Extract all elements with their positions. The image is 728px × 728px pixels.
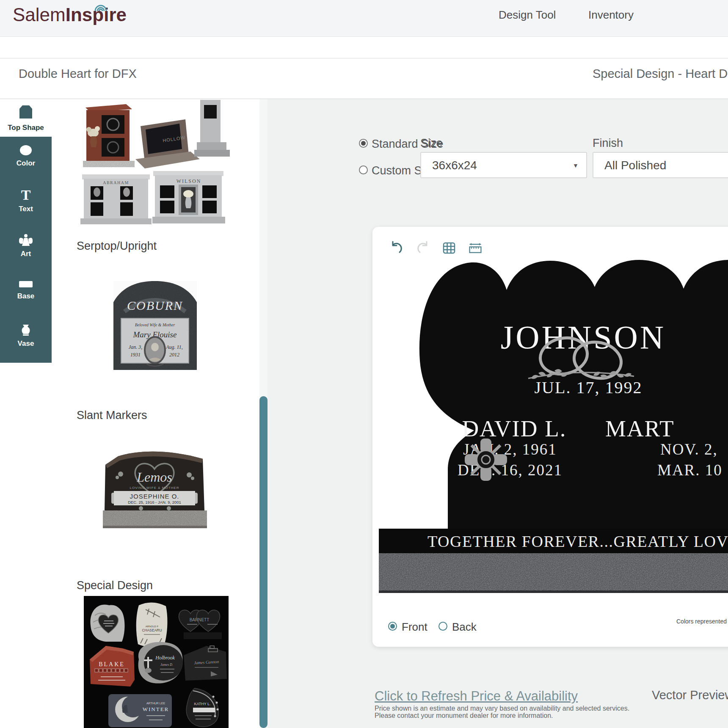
color-swatch-icon: [19, 144, 33, 156]
base-slab-icon: [18, 279, 34, 289]
svg-text:Holbrook: Holbrook: [155, 655, 175, 661]
chevron-down-icon: ▼: [573, 162, 579, 169]
sidebar-item-label: Art: [0, 250, 52, 258]
price-disclaimer-line2: Please contact your monument dealer for …: [375, 712, 553, 720]
front-view-label[interactable]: Front: [402, 620, 427, 634]
sidebar-item-base[interactable]: Base: [0, 279, 52, 301]
angel-art-icon: [18, 233, 34, 247]
thumb-gray-pedestal: [194, 100, 230, 157]
svg-text:LOVING WIFE & MOTHER: LOVING WIFE & MOTHER: [130, 486, 179, 490]
finish-field-label: Finish: [593, 137, 623, 150]
sub-header-strip: [0, 37, 728, 58]
category-serptop-upright: Serptop/Upright: [77, 240, 157, 253]
refresh-price-link[interactable]: Click to Refresh Price & Availability: [375, 689, 578, 704]
monument-preview[interactable]: JOHNSON JUL. 17,: [372, 227, 728, 647]
design-canvas-card: JOHNSON JUL. 17,: [372, 227, 728, 647]
logo-salem: Salem: [13, 4, 66, 25]
size-dropdown-value: 36x6x24: [432, 159, 477, 172]
svg-text:ABRAHAM: ABRAHAM: [103, 180, 129, 185]
sidebar: Color T Text Art Base: [0, 137, 52, 363]
logo-signal-arcs-icon: [91, 0, 110, 13]
svg-text:ARTHUR LEE: ARTHUR LEE: [146, 702, 165, 705]
svg-text:DEC. 25, 1916 - JAN. 9, 2001: DEC. 25, 1916 - JAN. 9, 2001: [128, 500, 181, 505]
svg-text:ARNOLD F: ARNOLD F: [146, 625, 159, 628]
sidebar-item-text[interactable]: T Text: [0, 188, 52, 213]
front-view-radio[interactable]: [388, 622, 397, 631]
standard-size-radio[interactable]: [359, 139, 368, 148]
nav-design-tool[interactable]: Design Tool: [499, 8, 556, 22]
family-name-text[interactable]: JOHNSON: [501, 319, 666, 356]
svg-text:T: T: [21, 188, 31, 202]
mini-chasearu: ARNOLD F CHASEARU: [136, 602, 168, 647]
size-dropdown[interactable]: 36x6x24 ▼: [420, 152, 587, 178]
nav-inventory[interactable]: Inventory: [588, 8, 634, 22]
svg-text:WILSON: WILSON: [176, 178, 201, 184]
thumb-hollow-slant: HOLLOW: [135, 119, 200, 168]
vase-icon: [19, 324, 32, 336]
thumb-wilson-columbarium: WILSON: [152, 171, 225, 223]
svg-text:KATHY L.: KATHY L.: [194, 702, 210, 706]
finish-dropdown[interactable]: All Polished: [593, 152, 728, 178]
sidebar-item-top-shape[interactable]: Top Shape: [0, 99, 52, 137]
back-view-radio[interactable]: [438, 622, 447, 631]
sidebar-item-label: Top Shape: [0, 124, 52, 132]
svg-text:1931: 1931: [130, 352, 141, 358]
thumbnail-serptop-group[interactable]: HOLLOW ABRAHAM: [76, 100, 237, 225]
svg-text:BLAKE: BLAKE: [99, 661, 125, 667]
category-special-design: Special Design: [77, 579, 153, 592]
svg-text:James D.: James D.: [160, 663, 173, 667]
price-disclaimer-line1: Price shown is an estimate and may vary …: [375, 705, 629, 712]
svg-text:WINTER: WINTER: [143, 706, 169, 712]
shape-category-title: Special Design - Heart Des: [593, 67, 728, 81]
sidebar-item-label: Base: [0, 292, 52, 301]
mini-barnett: BARNETT: [179, 610, 222, 639]
right-name-text[interactable]: MART: [605, 416, 675, 441]
mini-angel-heart: [90, 605, 124, 642]
sidebar-item-label: Text: [0, 205, 52, 213]
colors-note: Colors represented: [676, 618, 727, 625]
vector-preview-label[interactable]: Vector Preview: [652, 688, 728, 702]
thumb-red-columbarium: [83, 104, 135, 167]
left-name-text[interactable]: DAVID L.: [462, 416, 566, 441]
sidebar-item-vase[interactable]: Vase: [0, 324, 52, 348]
svg-text:Lemos: Lemos: [136, 469, 172, 485]
sidebar-item-color[interactable]: Color: [0, 144, 52, 168]
svg-text:2012: 2012: [169, 352, 179, 358]
finish-dropdown-value: All Polished: [604, 159, 666, 172]
back-view-label[interactable]: Back: [452, 620, 477, 634]
right-death-text[interactable]: MAR. 10: [657, 461, 722, 479]
svg-text:Jan. 3,: Jan. 3,: [129, 344, 142, 350]
content-area: Top Shape Color T Text Art: [0, 99, 728, 728]
sidebar-item-label: Color: [0, 159, 52, 168]
sidebar-item-art[interactable]: Art: [0, 233, 52, 258]
right-birth-text[interactable]: NOV. 2,: [660, 441, 718, 458]
svg-text:Beloved Wife & Mother: Beloved Wife & Mother: [135, 323, 175, 327]
thumbnail-special-design-collage[interactable]: ARNOLD F CHASEARU BARNETT BL: [84, 596, 229, 728]
granite-base: [379, 553, 728, 593]
panel-scrollbar-track[interactable]: [259, 99, 267, 728]
size-field-label: Size: [420, 137, 443, 150]
marriage-date-text[interactable]: JUL. 17, 1992: [535, 378, 643, 397]
epitaph-text[interactable]: TOGETHER FOREVER...GREATLY LOVED, D: [427, 532, 728, 550]
shape-thumbnails-panel: HOLLOW ABRAHAM: [52, 99, 259, 728]
svg-text:BARNETT: BARNETT: [190, 618, 210, 622]
svg-text:COBURN: COBURN: [127, 298, 183, 312]
panel-scrollbar-thumb[interactable]: [259, 396, 267, 728]
text-icon: T: [19, 188, 33, 202]
title-bar: Double Heart for DFX Special Design - He…: [0, 58, 728, 99]
svg-text:CHASEARU: CHASEARU: [142, 628, 162, 632]
design-title: Double Heart for DFX: [19, 67, 137, 81]
thumbnail-coburn-upright[interactable]: COBURN Beloved Wife & Mother Mary Elouis…: [110, 273, 200, 376]
custom-size-radio[interactable]: [359, 165, 368, 174]
svg-text:JOSEPHINE O.: JOSEPHINE O.: [130, 493, 179, 500]
monument-shape-icon: [17, 103, 35, 120]
svg-text:Aug. 11,: Aug. 11,: [165, 344, 182, 350]
thumb-abraham-columbarium: ABRAHAM: [80, 174, 152, 224]
category-slant-markers: Slant Markers: [77, 409, 147, 422]
sidebar-item-label: Vase: [0, 339, 52, 348]
thumbnail-lemos-slant[interactable]: Lemos LOVING WIFE & MOTHER JOSEPHINE O. …: [99, 446, 210, 538]
mini-winter: ARTHUR LEE WINTER: [108, 694, 172, 727]
